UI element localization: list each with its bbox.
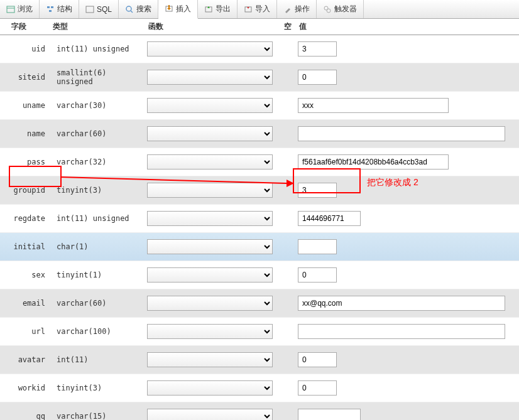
header-null: 空 xyxy=(280,19,295,35)
tab-export[interactable]: 导出 xyxy=(198,0,238,18)
function-select[interactable] xyxy=(147,126,273,141)
svg-marker-10 xyxy=(167,8,171,10)
export-icon xyxy=(204,5,213,14)
value-cell xyxy=(295,70,519,85)
structure-icon xyxy=(46,5,55,14)
func-cell xyxy=(145,239,280,254)
value-input[interactable] xyxy=(298,296,505,311)
field-name: groupid xyxy=(0,186,49,195)
function-select[interactable] xyxy=(147,239,273,254)
value-cell xyxy=(295,380,519,396)
function-select[interactable] xyxy=(147,154,273,170)
value-input[interactable] xyxy=(298,98,449,113)
function-select[interactable] xyxy=(147,296,273,311)
table-row: emailvarchar(60) xyxy=(0,289,519,318)
tab-browse[interactable]: 浏览 xyxy=(0,0,40,18)
value-cell xyxy=(295,352,519,367)
function-select[interactable] xyxy=(147,267,273,283)
field-name: qq xyxy=(0,412,49,420)
field-name: sex xyxy=(0,271,49,279)
sql-icon xyxy=(85,5,94,14)
trigger-icon xyxy=(323,5,332,14)
function-select[interactable] xyxy=(147,70,273,85)
tab-insert[interactable]: 插入 xyxy=(158,0,198,19)
value-cell xyxy=(295,409,519,420)
field-type: varchar(60) xyxy=(49,299,145,308)
value-input[interactable] xyxy=(298,183,337,198)
svg-rect-0 xyxy=(7,6,14,13)
value-input[interactable] xyxy=(298,324,505,339)
tab-structure[interactable]: 结构 xyxy=(40,0,79,18)
svg-rect-5 xyxy=(86,6,94,13)
field-type: varchar(15) xyxy=(49,412,145,420)
func-cell xyxy=(145,154,280,170)
table-row: unamevarchar(30) xyxy=(0,92,519,120)
value-input[interactable] xyxy=(298,380,337,396)
svg-marker-14 xyxy=(247,7,249,9)
func-cell xyxy=(145,98,280,113)
wrench-icon xyxy=(283,5,292,14)
function-select[interactable] xyxy=(147,183,273,198)
tab-bar: 浏览 结构 SQL 搜索 插入 导出 导入 操作 触发器 xyxy=(0,0,519,19)
function-select[interactable] xyxy=(147,41,273,57)
table-row: initialchar(1) xyxy=(0,233,519,261)
field-name: uid xyxy=(0,45,49,53)
tab-import[interactable]: 导入 xyxy=(238,0,277,18)
value-cell xyxy=(295,126,519,141)
svg-rect-2 xyxy=(47,6,50,8)
table-row: avatarint(11) xyxy=(0,346,519,374)
table-row: groupidtinyint(3) xyxy=(0,176,519,205)
field-type: tinyint(1) xyxy=(49,271,145,279)
function-select[interactable] xyxy=(147,352,273,367)
tab-sql[interactable]: SQL xyxy=(79,0,119,18)
tab-operations[interactable]: 操作 xyxy=(277,0,317,18)
tab-label: 插入 xyxy=(176,4,191,14)
func-cell xyxy=(145,126,280,141)
function-select[interactable] xyxy=(147,380,273,396)
field-type: int(11) xyxy=(49,355,145,364)
header-field: 字段 xyxy=(0,19,49,35)
field-name: regdate xyxy=(0,214,49,223)
tab-label: 导出 xyxy=(216,4,231,14)
func-cell xyxy=(145,70,280,85)
func-cell xyxy=(145,352,280,367)
table-header: 字段 类型 函数 空 值 xyxy=(0,19,519,35)
value-input[interactable] xyxy=(298,267,337,283)
header-func: 函数 xyxy=(145,19,280,35)
value-input[interactable] xyxy=(298,41,337,57)
value-cell xyxy=(295,324,519,339)
function-select[interactable] xyxy=(147,98,273,113)
func-cell xyxy=(145,41,280,57)
value-cell xyxy=(295,296,519,311)
tab-search[interactable]: 搜索 xyxy=(119,0,158,18)
value-input[interactable] xyxy=(298,352,337,367)
field-name: initial xyxy=(0,242,49,251)
value-input[interactable] xyxy=(298,239,337,254)
field-name: avatar xyxy=(0,355,49,364)
value-input[interactable] xyxy=(298,126,505,141)
value-input[interactable] xyxy=(298,154,449,170)
tab-label: 结构 xyxy=(57,4,72,14)
svg-point-6 xyxy=(126,6,131,11)
tab-label: 触发器 xyxy=(334,4,357,14)
value-cell xyxy=(295,154,519,170)
header-value: 值 xyxy=(295,19,519,35)
field-name: pass xyxy=(0,158,49,166)
value-input[interactable] xyxy=(298,70,337,85)
func-cell xyxy=(145,267,280,283)
field-type: varchar(30) xyxy=(49,101,145,110)
value-input[interactable] xyxy=(298,211,361,226)
function-select[interactable] xyxy=(147,324,273,339)
value-input[interactable] xyxy=(298,409,361,420)
field-type: varchar(32) xyxy=(49,158,145,166)
table-row: sextinyint(1) xyxy=(0,261,519,289)
browse-icon xyxy=(6,5,15,14)
func-cell xyxy=(145,324,280,339)
function-select[interactable] xyxy=(147,211,273,226)
tab-triggers[interactable]: 触发器 xyxy=(317,0,364,18)
field-name: email xyxy=(0,299,49,308)
field-type: varchar(60) xyxy=(49,129,145,138)
table-row: passvarchar(32) xyxy=(0,148,519,176)
function-select[interactable] xyxy=(147,409,273,420)
tab-label: 操作 xyxy=(295,4,310,14)
